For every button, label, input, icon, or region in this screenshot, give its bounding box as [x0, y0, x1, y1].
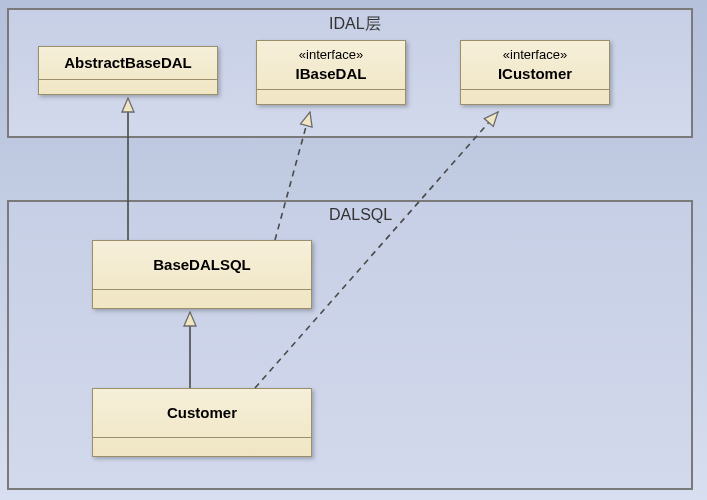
class-base-dalsql: BaseDALSQL	[92, 240, 312, 309]
class-base-dalsql-name: BaseDALSQL	[97, 255, 307, 275]
class-ibase-dal-name: IBaseDAL	[261, 64, 401, 84]
class-icustomer-stereotype: «interface»	[465, 47, 605, 64]
package-dalsql-label: DALSQL	[329, 206, 392, 224]
class-abstract-base-dal-name: AbstractBaseDAL	[43, 53, 213, 73]
class-abstract-base-dal: AbstractBaseDAL	[38, 46, 218, 95]
class-ibase-dal-stereotype: «interface»	[261, 47, 401, 64]
class-icustomer: «interface» ICustomer	[460, 40, 610, 105]
class-ibase-dal: «interface» IBaseDAL	[256, 40, 406, 105]
class-customer-name: Customer	[97, 403, 307, 423]
class-icustomer-name: ICustomer	[465, 64, 605, 84]
class-customer: Customer	[92, 388, 312, 457]
package-idal-label: IDAL层	[329, 14, 381, 35]
